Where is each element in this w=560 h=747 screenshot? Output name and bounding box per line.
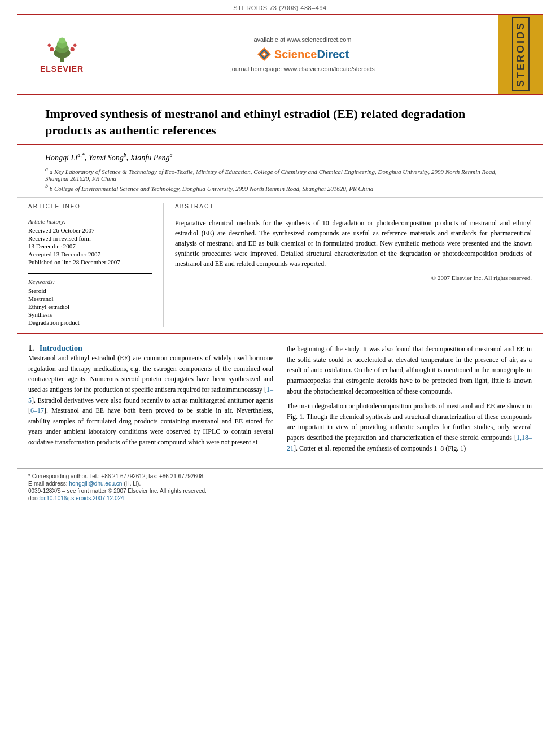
svg-point-6 (70, 47, 74, 51)
body-left-col: 1. Introduction Mestranol and ethinyl es… (28, 344, 273, 458)
svg-point-4 (58, 38, 65, 44)
authors: Hongqi Lia,*, Yanxi Songb, Xianfu Penga (45, 152, 515, 163)
abstract-header: ABSTRACT (175, 203, 532, 209)
footer-area: * Corresponding author. Tel.: +86 21 677… (17, 468, 543, 507)
svg-point-5 (50, 47, 54, 51)
body-right-col: the beginning of the study. It was also … (287, 344, 532, 458)
published-date: Published on line 28 December 2007 (28, 259, 152, 265)
header-center: available at www.sciencedirect.com Scien… (107, 15, 498, 94)
intro-para1: Mestranol and ethinyl estradiol (EE) are… (28, 353, 273, 447)
accepted-date: Accepted 13 December 2007 (28, 251, 152, 257)
elsevier-logo-area: ELSEVIER (17, 15, 107, 94)
received-date: Received 26 October 2007 (28, 227, 152, 234)
footer-doi: doi:doi:10.1016/j.steroids.2007.12.024 (28, 495, 532, 501)
revised-date: 13 December 2007 (28, 243, 152, 250)
journal-line: STEROIDS 73 (2008) 488–494 (0, 0, 560, 14)
header-bar: ELSEVIER available at www.sciencedirect.… (17, 14, 543, 95)
affiliation-a: a a Key Laboratory of Science & Technolo… (45, 166, 515, 182)
footer-issn: 0039-128X/$ – see front matter © 2007 El… (28, 488, 532, 494)
copyright-text: © 2007 Elsevier Inc. All rights reserved… (175, 274, 532, 281)
ref-link-1-18-21[interactable]: 1,18–21 (287, 434, 532, 452)
body-area: 1. Introduction Mestranol and ethinyl es… (17, 333, 543, 464)
article-info-divider (28, 213, 152, 213)
footer-corresponding: * Corresponding author. Tel.: +86 21 677… (28, 473, 532, 479)
received-revised-label: Received in revised form (28, 235, 152, 242)
footer-email-link[interactable]: hongqili@dhu.edu.cn (69, 480, 122, 487)
keyword-3: Ethinyl estradiol (28, 303, 152, 310)
article-history-label: Article history: (28, 218, 152, 225)
keyword-4: Synthesis (28, 311, 152, 318)
elsevier-wordmark: ELSEVIER (40, 64, 84, 73)
svg-point-8 (73, 43, 76, 46)
article-title-area: Improved synthesis of mestranol and ethi… (17, 95, 543, 145)
elsevier-tree-icon (40, 35, 85, 63)
authors-area: Hongqi Lia,*, Yanxi Songb, Xianfu Penga … (17, 145, 543, 198)
intro-para2: the beginning of the study. It was also … (287, 344, 532, 396)
email-suffix: (H. Li). (124, 480, 141, 487)
intro-heading: 1. Introduction (28, 344, 273, 353)
intro-para3: The main degradation or photodecompositi… (287, 401, 532, 453)
abstract-col: ABSTRACT Preparative chemical methods fo… (175, 203, 532, 327)
article-title: Improved synthesis of mestranol and ethi… (45, 106, 515, 138)
journal-homepage-text: journal homepage: www.elsevier.com/locat… (230, 65, 375, 72)
keyword-2: Mestranol (28, 295, 152, 302)
keywords-divider (28, 273, 152, 274)
ref-link-6-17[interactable]: 6–17 (30, 407, 44, 414)
article-info-abstract-area: ARTICLE INFO Article history: Received 2… (17, 198, 543, 333)
svg-point-7 (47, 43, 50, 46)
abstract-text: Preparative chemical methods for the syn… (175, 218, 532, 269)
ref-link-1-5[interactable]: 1–5 (28, 386, 273, 404)
affiliation-b: b b College of Environmental Science and… (45, 183, 515, 192)
article-info-col: ARTICLE INFO Article history: Received 2… (28, 203, 164, 327)
body-two-col: 1. Introduction Mestranol and ethinyl es… (28, 344, 532, 458)
affiliations: a a Key Laboratory of Science & Technolo… (45, 166, 515, 191)
journal-volume: STEROIDS 73 (2008) 488–494 (233, 5, 326, 11)
sciencedirect-logo: ScienceDirect (256, 46, 349, 62)
keywords-section: Keywords: Steroid Mestranol Ethinyl estr… (28, 273, 152, 326)
keyword-1: Steroid (28, 287, 152, 294)
page: STEROIDS 73 (2008) 488–494 (0, 0, 560, 747)
footer-doi-link[interactable]: doi:10.1016/j.steroids.2007.12.024 (37, 495, 124, 501)
footer-email-line: E-mail address: hongqili@dhu.edu.cn (H. … (28, 480, 532, 487)
available-text: available at www.sciencedirect.com (253, 36, 351, 43)
steroids-journal-label: STEROIDS (498, 15, 543, 94)
keywords-label: Keywords: (28, 278, 152, 285)
sciencedirect-text: ScienceDirect (274, 48, 349, 61)
steroids-wordmark: STEROIDS (512, 17, 530, 91)
keyword-5: Degradation product (28, 319, 152, 326)
abstract-divider (175, 213, 532, 213)
sciencedirect-icon (256, 46, 272, 62)
article-info-header: ARTICLE INFO (28, 203, 152, 209)
email-label: E-mail address: (28, 480, 69, 487)
